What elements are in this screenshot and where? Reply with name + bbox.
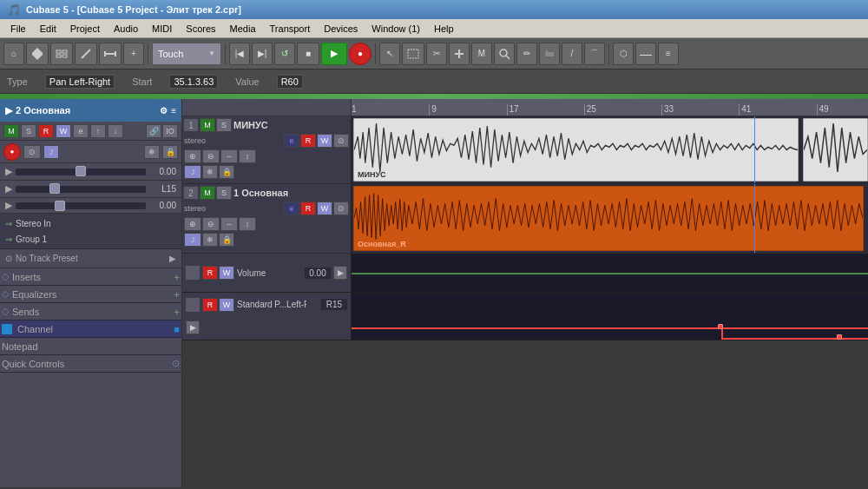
btn-record[interactable]: ●	[349, 43, 372, 65]
lock-btn[interactable]: 🔒	[162, 145, 178, 159]
t2-inp-btn[interactable]: ⊕	[184, 217, 201, 231]
master-m-btn[interactable]: M	[3, 124, 19, 138]
t2-e-btn[interactable]: e	[284, 202, 299, 215]
btn-range-select[interactable]	[402, 43, 424, 65]
toolbar-btn-snap[interactable]	[26, 43, 49, 65]
menu-transport[interactable]: Transport	[263, 22, 318, 36]
auto-vol-value[interactable]: 0.00	[305, 268, 331, 279]
btn-extra3[interactable]: ≡	[658, 43, 679, 65]
menu-midi[interactable]: MIDI	[145, 22, 179, 36]
menu-media[interactable]: Media	[223, 22, 263, 36]
t1-r-btn[interactable]: R	[300, 134, 316, 148]
inserts-row[interactable]: ◇ Inserts +	[0, 268, 181, 286]
toolbar-btn-edit[interactable]	[75, 43, 97, 65]
menu-audio[interactable]: Audio	[107, 22, 145, 36]
btn-play[interactable]: ▶	[321, 43, 347, 65]
track-2-clip[interactable]: Основная_R	[353, 186, 864, 251]
link-btn[interactable]: 🔗	[146, 124, 161, 138]
auto-pan-extra[interactable]: ▶	[186, 320, 200, 334]
btn-cycle[interactable]: ↺	[274, 43, 295, 65]
toolbar-btn-grid[interactable]	[50, 43, 73, 65]
quick-controls-row[interactable]: Quick Controls ⊙	[0, 355, 181, 373]
master-s-btn[interactable]: S	[21, 124, 36, 138]
btn-mute[interactable]: M	[471, 43, 492, 65]
t1-w-btn[interactable]: W	[317, 134, 332, 148]
sends-add-icon[interactable]: +	[174, 307, 180, 317]
track-2-content[interactable]: Основная_R	[352, 184, 868, 253]
no-preset-bar[interactable]: ⊙ No Track Preset ▶	[0, 249, 181, 268]
btn-split[interactable]: ✂	[426, 43, 447, 65]
touch-mode-dropdown[interactable]: Touch ▼	[152, 43, 221, 65]
master-r-btn[interactable]: R	[38, 124, 54, 138]
btn-line[interactable]: /	[562, 43, 582, 65]
btn-cursor[interactable]: ↖	[379, 43, 400, 65]
auto-vol-content[interactable]	[352, 254, 868, 292]
track-group-header[interactable]: ▶ 2 Основная ⚙ ≡	[0, 99, 181, 122]
channel-row[interactable]: Channel ■	[0, 320, 181, 338]
btn-go-end[interactable]: ▶|	[252, 43, 273, 65]
group-settings-icon[interactable]: ⚙	[160, 106, 168, 116]
t1-eq-btn[interactable]: J	[184, 165, 201, 179]
auto-vol-r-btn[interactable]: R	[202, 266, 218, 280]
auto-pan-w-btn[interactable]: W	[219, 298, 234, 312]
toolbar-btn-home[interactable]: ⌂	[3, 43, 24, 65]
t2-freeze-btn[interactable]: ❄	[202, 233, 218, 247]
auto-pan-content[interactable]	[352, 293, 868, 340]
track-1-clip-main[interactable]: МИНУС	[353, 118, 799, 182]
t1-vol-btn[interactable]: ↕	[239, 149, 256, 163]
io-btn[interactable]: IO	[162, 124, 178, 138]
t1-lock-btn[interactable]: 🔒	[219, 165, 234, 179]
pan-node-2[interactable]	[837, 334, 842, 340]
btn-extra1[interactable]: ⬡	[613, 43, 634, 65]
menu-devices[interactable]: Devices	[317, 22, 365, 36]
pan-fader[interactable]	[16, 186, 146, 193]
toolbar-btn-range[interactable]	[99, 43, 122, 65]
btn-go-start[interactable]: |◀	[229, 43, 250, 65]
master-w-btn[interactable]: W	[56, 124, 71, 138]
t2-lock-btn[interactable]: 🔒	[219, 233, 234, 247]
t2-vol-btn[interactable]: ↕	[239, 217, 256, 231]
t1-inp-btn[interactable]: ⊕	[184, 149, 201, 163]
track-1-clip-small[interactable]	[803, 118, 868, 182]
menu-scores[interactable]: Scores	[179, 22, 222, 36]
btn-erase[interactable]	[539, 43, 560, 65]
eq-btn[interactable]: J	[43, 145, 59, 159]
menu-project[interactable]: Project	[63, 22, 107, 36]
track-1-content[interactable]: МИНУС	[352, 116, 868, 183]
menu-window[interactable]: Window (1)	[365, 22, 427, 36]
auto-pan-value[interactable]: R15	[321, 299, 347, 310]
menu-help[interactable]: Help	[427, 22, 461, 36]
group-mix-icon[interactable]: ≡	[171, 106, 176, 116]
t2-r-btn[interactable]: R	[300, 202, 316, 215]
t2-s-btn[interactable]: S	[216, 186, 232, 200]
t2-out-btn[interactable]: ⊖	[202, 217, 220, 231]
monitor-btn[interactable]: ⊙	[23, 145, 41, 159]
auto-vol-extra[interactable]: ▶	[333, 266, 347, 280]
master-down-btn[interactable]: ↓	[108, 124, 123, 138]
btn-zoom-in[interactable]	[494, 43, 515, 65]
btn-draw[interactable]: ✏	[516, 43, 537, 65]
t1-out-btn[interactable]: ⊖	[202, 149, 220, 163]
t2-m-btn[interactable]: M	[200, 186, 215, 200]
master-up-btn[interactable]: ↑	[90, 124, 106, 138]
t2-w-btn[interactable]: W	[317, 202, 332, 215]
auto-pan-r-btn[interactable]: R	[202, 298, 218, 312]
t1-e-btn[interactable]: e	[284, 134, 299, 148]
auto-vol-w-btn[interactable]: W	[219, 266, 234, 280]
t1-m-btn[interactable]: M	[200, 118, 215, 132]
equalizers-row[interactable]: ◇ Equalizers +	[0, 286, 181, 303]
t1-freeze-btn[interactable]: ❄	[202, 165, 218, 179]
volume-fader[interactable]	[16, 169, 146, 175]
sends-row[interactable]: ◇ Sends +	[0, 303, 181, 320]
toolbar-btn-zoom[interactable]: +	[123, 43, 144, 65]
menu-edit[interactable]: Edit	[33, 22, 63, 36]
eq-add-icon[interactable]: +	[174, 289, 180, 300]
master-e-btn[interactable]: e	[73, 124, 89, 138]
menu-file[interactable]: File	[3, 22, 33, 36]
btn-parabola[interactable]: ⌒	[584, 43, 605, 65]
t1-extra[interactable]: ⊙	[333, 134, 349, 148]
t2-pan-btn[interactable]: ↔	[220, 217, 238, 231]
t2-extra[interactable]: ⊙	[333, 202, 349, 215]
freeze-btn[interactable]: ❄	[144, 145, 160, 159]
t1-s-btn[interactable]: S	[216, 118, 232, 132]
